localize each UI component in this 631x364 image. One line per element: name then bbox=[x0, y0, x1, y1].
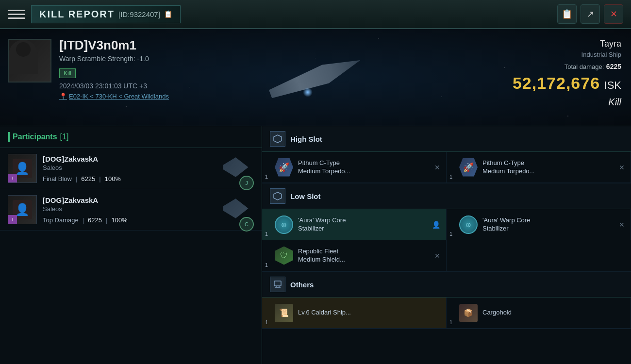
kill-info-panel: [ITD]V3n0m1 Warp Scramble Strength: -1.0… bbox=[0, 29, 631, 126]
others-header: Others bbox=[262, 272, 631, 298]
module-item-stabilizer-1[interactable]: 1 ⊕ 'Aura' Warp Core Stabilizer 👤 bbox=[262, 209, 447, 240]
participant-corp-2: Saleos bbox=[43, 205, 220, 213]
title-bar: KILL REPORT [ID:9322407] 📋 bbox=[31, 5, 557, 23]
module-name-caldari: Lv.6 Caldari Ship... bbox=[298, 309, 440, 317]
participant-corp-1: Saleos bbox=[43, 164, 220, 171]
ship-engine-glow bbox=[303, 87, 313, 97]
ship-silhouette bbox=[252, 53, 379, 102]
main-content: [ITD]V3n0m1 Warp Scramble Strength: -1.0… bbox=[0, 29, 631, 364]
kill-badge: Kill bbox=[59, 68, 76, 78]
cargohold-module-icon: 📦 bbox=[458, 303, 479, 323]
ship-thumb-2 bbox=[220, 198, 251, 219]
shield-inner: 🛡 bbox=[275, 247, 293, 265]
torpedo-icon-2: 🚀 bbox=[458, 157, 479, 178]
others-title: Others bbox=[290, 281, 314, 289]
damage-1: 6225 bbox=[81, 175, 95, 182]
participants-panel: Participants [1] I [DOG]ZakvaskA Saleos … bbox=[0, 126, 262, 364]
report-button[interactable]: 📋 bbox=[557, 4, 577, 24]
circle-indicator-1: J bbox=[239, 176, 254, 190]
header-controls: 📋 ↗ ✕ bbox=[557, 4, 623, 24]
ship-body bbox=[262, 49, 369, 106]
modules-panel: High Slot 1 🚀 Pithum C-Type Medium Torpe… bbox=[262, 126, 631, 364]
others-icon bbox=[270, 277, 285, 292]
module-name-torpedo-1: Pithum C-Type Medium Torpedo... bbox=[298, 159, 432, 176]
module-item-cargohold[interactable]: 1 📦 Cargohold bbox=[447, 298, 631, 329]
participant-stats-1: Final Blow | 6225 | 100% bbox=[43, 175, 220, 182]
participant-ship-1: J bbox=[220, 156, 254, 181]
participants-header: Participants [1] bbox=[0, 126, 262, 148]
stabilizer-inner-1: ⊕ bbox=[275, 215, 293, 234]
isk-label: ISK bbox=[604, 79, 621, 91]
kill-ship-area bbox=[184, 29, 447, 126]
caldari-inner: 📜 bbox=[275, 304, 293, 322]
torpedo-inner-1: 🚀 bbox=[275, 158, 293, 177]
module-item-torpedo-1[interactable]: 1 🚀 Pithum C-Type Medium Torpedo... ✕ bbox=[262, 152, 447, 183]
low-slot-icon bbox=[270, 188, 285, 204]
percent-2: 100% bbox=[111, 216, 127, 224]
low-slot-grid: 1 ⊕ 'Aura' Warp Core Stabilizer 👤 1 ⊕ 'A… bbox=[262, 209, 631, 272]
participant-name-1: [DOG]ZakvaskA bbox=[43, 155, 220, 163]
module-name-stab-1: 'Aura' Warp Core Stabilizer bbox=[298, 216, 430, 233]
high-slot-grid: 1 🚀 Pithum C-Type Medium Torpedo... ✕ 1 … bbox=[262, 152, 631, 183]
module-name-cargohold: Cargohold bbox=[482, 309, 625, 317]
close-button[interactable]: ✕ bbox=[604, 4, 623, 24]
module-item-caldari[interactable]: 1 📜 Lv.6 Caldari Ship... bbox=[262, 298, 447, 329]
module-item-stabilizer-2[interactable]: 1 ⊕ 'Aura' Warp Core Stabilizer ✕ bbox=[447, 209, 631, 240]
module-item-torpedo-2[interactable]: 1 🚀 Pithum C-Type Medium Torpedo... ✕ bbox=[447, 152, 631, 183]
rank-badge-1: I bbox=[8, 174, 17, 182]
svg-marker-0 bbox=[274, 135, 282, 143]
torpedo-icon-1: 🚀 bbox=[274, 157, 294, 178]
copy-icon[interactable]: 📋 bbox=[164, 10, 172, 18]
caldari-module-icon: 📜 bbox=[274, 303, 294, 323]
ship-thumb-1 bbox=[220, 156, 251, 178]
kill-id: [ID:9322407] bbox=[118, 10, 160, 18]
module-qty-stab-1: 1 bbox=[265, 231, 268, 237]
low-slot-header: Low Slot bbox=[262, 183, 631, 209]
module-qty-stab-2: 1 bbox=[449, 231, 452, 237]
module-close-stab-2[interactable]: ✕ bbox=[619, 221, 625, 229]
circle-indicator-2: C bbox=[239, 217, 254, 232]
module-close-torpedo-2[interactable]: ✕ bbox=[619, 164, 625, 171]
svg-rect-2 bbox=[274, 281, 281, 286]
export-button[interactable]: ↗ bbox=[581, 4, 600, 24]
module-qty-shield: 1 bbox=[265, 262, 268, 268]
blow-label-2: Top Damage bbox=[43, 216, 79, 224]
isk-value: 52,172,676 bbox=[513, 74, 600, 92]
total-damage-label: Total damage: bbox=[565, 63, 604, 70]
stabilizer-inner-2: ⊕ bbox=[459, 215, 478, 234]
participants-count: [1] bbox=[60, 132, 69, 141]
module-item-shield[interactable]: 1 🛡 Republic Fleet Medium Shield... ✕ bbox=[262, 240, 447, 271]
participant-item[interactable]: I [DOG]ZakvaskA Saleos Final Blow | 6225… bbox=[0, 148, 262, 189]
participant-name-2: [DOG]ZakvaskA bbox=[43, 196, 220, 204]
ship-type: Tayra bbox=[505, 39, 621, 49]
module-name-torpedo-2: Pithum C-Type Medium Torpedo... bbox=[482, 159, 617, 176]
victim-avatar bbox=[8, 39, 51, 83]
total-damage-value: 6225 bbox=[606, 63, 621, 70]
person-icon-1: 👤 bbox=[432, 221, 440, 229]
shield-module-icon: 🛡 bbox=[274, 246, 294, 266]
blow-label-1: Final Blow bbox=[43, 175, 72, 182]
participant-info-2: [DOG]ZakvaskA Saleos Top Damage | 6225 |… bbox=[43, 196, 220, 224]
module-close-shield[interactable]: ✕ bbox=[434, 252, 440, 260]
torpedo-inner-2: 🚀 bbox=[459, 158, 478, 177]
participants-accent bbox=[8, 132, 10, 142]
cargohold-inner: 📦 bbox=[459, 304, 478, 322]
participant-avatar-2: I bbox=[8, 195, 37, 224]
participant-avatar-1: I bbox=[8, 154, 37, 183]
stabilizer-icon-2: ⊕ bbox=[458, 215, 479, 235]
location-pin-icon: 📍 bbox=[59, 93, 67, 100]
menu-icon[interactable] bbox=[8, 5, 25, 23]
module-name-stab-2: 'Aura' Warp Core Stabilizer bbox=[482, 216, 617, 233]
participant-item-2[interactable]: I [DOG]ZakvaskA Saleos Top Damage | 6225… bbox=[0, 189, 262, 231]
module-qty-torpedo-1: 1 bbox=[265, 174, 268, 180]
stabilizer-icon-1: ⊕ bbox=[274, 215, 294, 235]
others-grid: 1 📜 Lv.6 Caldari Ship... 1 📦 Cargohold bbox=[262, 298, 631, 329]
avatar-figure bbox=[9, 40, 38, 74]
module-qty-cargohold: 1 bbox=[449, 319, 452, 325]
rank-badge-2: I bbox=[8, 215, 17, 224]
participants-title: Participants bbox=[13, 132, 57, 141]
module-close-torpedo-1[interactable]: ✕ bbox=[434, 164, 440, 171]
participant-ship-2: C bbox=[220, 198, 254, 222]
damage-2: 6225 bbox=[88, 216, 102, 224]
kill-type-label: Kill bbox=[505, 97, 621, 108]
